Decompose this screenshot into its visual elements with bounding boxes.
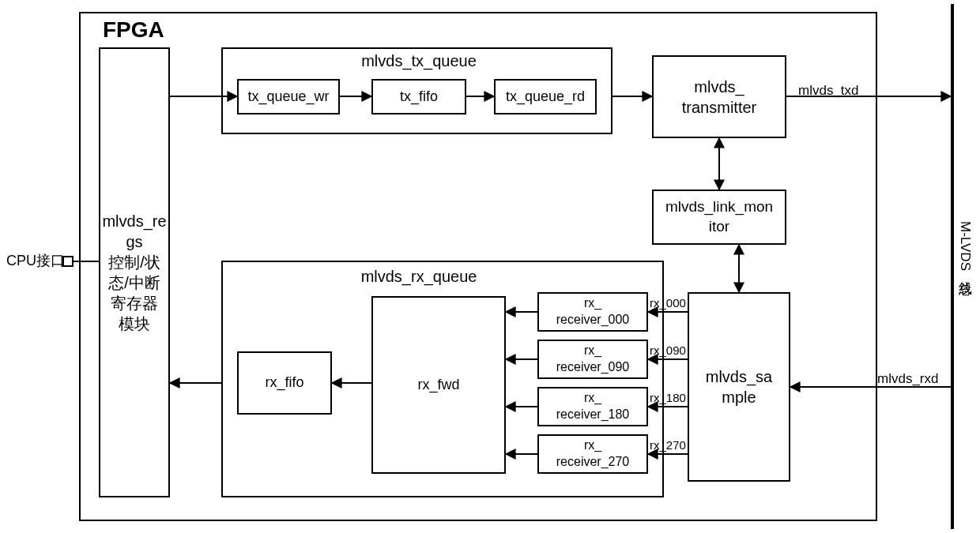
txd-label: mlvds_txd	[798, 83, 859, 99]
tx-fifo: tx_fifo	[371, 79, 466, 114]
link-monitor-label: mlvds_link_mon itor	[665, 197, 773, 236]
rx-receiver-090-label: rx_ receiver_090	[556, 343, 630, 376]
mlvds-bus-line	[951, 4, 954, 529]
rx-fwd: rx_fwd	[371, 296, 506, 474]
rx-receiver-000-label: rx_ receiver_000	[556, 295, 630, 328]
tx-queue-rd: tx_queue_rd	[494, 79, 597, 114]
transmitter-label: mlvds_ transmitter	[682, 77, 756, 118]
rxd-label: mlvds_rxd	[877, 371, 938, 387]
regs-block: mlvds_re gs 控制/状 态/中断 寄存器 模块	[99, 47, 170, 497]
rx-090-label: rx_090	[650, 343, 686, 358]
rx-receiver-270: rx_ receiver_270	[537, 434, 648, 474]
rx-receiver-000: rx_ receiver_000	[537, 292, 648, 332]
rx-fwd-label: rx_fwd	[417, 376, 459, 394]
rx-180-label: rx_180	[650, 391, 686, 405]
sample-block: mlvds_sa mple	[688, 292, 790, 482]
rx-000-label: rx_000	[650, 296, 686, 310]
rx-receiver-180-label: rx_ receiver_180	[556, 390, 630, 423]
rx-270-label: rx_270	[650, 438, 686, 452]
tx-queue-wr-label: tx_queue_wr	[247, 88, 329, 106]
rx-receiver-180: rx_ receiver_180	[537, 387, 648, 426]
link-monitor-block: mlvds_link_mon itor	[652, 190, 786, 245]
mlvds-bus-label: M-LVDS总线	[956, 221, 974, 271]
rx-receiver-270-label: rx_ receiver_270	[556, 437, 630, 471]
transmitter-block: mlvds_ transmitter	[652, 55, 786, 138]
rx-receiver-090: rx_ receiver_090	[537, 340, 648, 379]
tx-queue-rd-label: tx_queue_rd	[506, 88, 585, 106]
tx-queue-wr: tx_queue_wr	[237, 79, 340, 114]
regs-block-label: mlvds_re gs 控制/状 态/中断 寄存器 模块	[102, 211, 166, 334]
fpga-title: FPGA	[103, 17, 164, 43]
tx-fifo-label: tx_fifo	[400, 88, 438, 106]
rx-fifo: rx_fifo	[237, 351, 332, 415]
rx-fifo-label: rx_fifo	[265, 373, 303, 392]
sample-label: mlvds_sa mple	[706, 366, 772, 407]
cpu-port-label: CPU接口	[6, 253, 65, 270]
rx-queue-title: mlvds_rx_queue	[340, 267, 498, 286]
tx-queue-title: mlvds_tx_queue	[340, 51, 498, 70]
